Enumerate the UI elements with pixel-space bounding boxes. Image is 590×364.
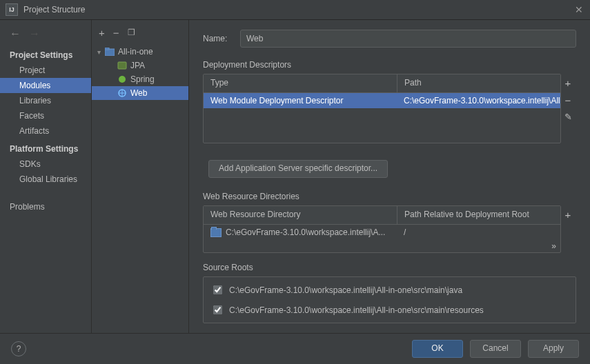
sidebar-item-libraries[interactable]: Libraries [0,93,91,108]
intellij-icon: IJ [6,3,18,16]
sidebar-item-project[interactable]: Project [0,63,91,78]
close-icon[interactable]: ✕ [573,4,584,15]
add-icon[interactable]: + [99,27,105,39]
tree-root[interactable]: ▾ All-in-one [92,45,188,59]
help-icon[interactable]: ? [11,341,26,356]
descriptor-type: Web Module Deployment Descriptor [204,94,397,108]
web-resource-dirs-title: Web Resource Directories [203,192,576,201]
tree-item-label: Web [130,88,147,98]
name-label: Name: [203,34,240,43]
source-root-path: C:\eGovFrame-3.10.0\workspace.intellij\A… [229,285,462,295]
col-path[interactable]: Path [397,74,560,92]
sidebar-item-artifacts[interactable]: Artifacts [0,123,91,139]
descriptor-row[interactable]: Web Module Deployment Descriptor C:\eGov… [204,93,560,108]
tree-item-web[interactable]: Web [92,86,188,100]
module-detail-pane: Name: Web Deployment Descriptors Type Pa… [189,20,590,333]
add-resource-dir-icon[interactable]: + [565,209,571,221]
settings-sidebar: ← → Project Settings Project Modules Lib… [0,20,92,333]
chevron-down-icon[interactable]: ▾ [95,48,103,56]
resource-dir-row[interactable]: C:\eGovFrame-3.10.0\workspace.intellij\A… [204,225,560,240]
tree-item-label: Spring [130,74,155,84]
col-web-resource-dir[interactable]: Web Resource Directory [204,206,397,224]
dialog-footer: ? OK Cancel Apply [0,333,590,364]
source-root-checkbox[interactable] [213,305,222,314]
svg-rect-2 [118,62,126,69]
folder-icon [210,228,222,237]
col-type[interactable]: Type [204,74,397,92]
tree-item-jpa[interactable]: JPA [92,59,188,72]
web-icon [117,88,128,99]
expand-panel-icon[interactable]: » [204,240,560,252]
edit-descriptor-icon[interactable]: ✎ [564,112,572,122]
tree-item-spring[interactable]: Spring [92,72,188,86]
descriptor-path: C:\eGovFrame-3.10.0\workspace.intellij\A… [397,94,560,108]
sidebar-item-global-libraries[interactable]: Global Libraries [0,172,91,187]
module-icon [104,46,115,57]
source-root-path: C:\eGovFrame-3.10.0\workspace.intellij\A… [229,305,484,315]
spring-icon [117,74,128,85]
source-root-row[interactable]: C:\eGovFrame-3.10.0\workspace.intellij\A… [204,300,576,320]
platform-settings-header: Platform Settings [0,141,91,156]
name-field[interactable]: Web [240,30,576,48]
svg-point-3 [119,76,126,83]
resource-dir-path: C:\eGovFrame-3.10.0\workspace.intellij\A… [226,228,385,237]
nav-back-icon[interactable]: ← [10,28,21,40]
resource-dir-relative: / [397,225,560,239]
source-root-row[interactable]: C:\eGovFrame-3.10.0\workspace.intellij\A… [204,280,576,300]
project-settings-header: Project Settings [0,48,91,63]
source-root-checkbox[interactable] [213,285,222,294]
ok-button[interactable]: OK [412,340,463,358]
remove-descriptor-icon[interactable]: − [565,94,571,106]
add-appserver-descriptor-button[interactable]: Add Application Server specific descript… [208,160,388,178]
module-tree-pane: + − ❐ ▾ All-in-one JPA [92,20,189,333]
sidebar-item-problems[interactable]: Problems [0,199,91,214]
tree-item-label: JPA [130,61,145,70]
svg-rect-1 [105,48,109,50]
copy-icon[interactable]: ❐ [128,28,135,37]
nav-forward-icon: → [29,28,40,40]
source-roots-title: Source Roots [203,263,576,272]
window-title: Project Structure [23,5,573,14]
jpa-icon [117,60,128,71]
col-path-relative[interactable]: Path Relative to Deployment Root [397,206,560,224]
remove-icon[interactable]: − [113,27,119,39]
sidebar-item-modules[interactable]: Modules [0,78,91,93]
add-descriptor-icon[interactable]: + [565,77,571,89]
sidebar-item-facets[interactable]: Facets [0,108,91,123]
deployment-descriptors-title: Deployment Descriptors [203,60,576,70]
apply-button[interactable]: Apply [528,340,579,358]
sidebar-item-sdks[interactable]: SDKs [0,156,91,172]
cancel-button[interactable]: Cancel [470,340,521,358]
tree-root-label: All-in-one [118,47,153,57]
titlebar: IJ Project Structure ✕ [0,0,590,20]
